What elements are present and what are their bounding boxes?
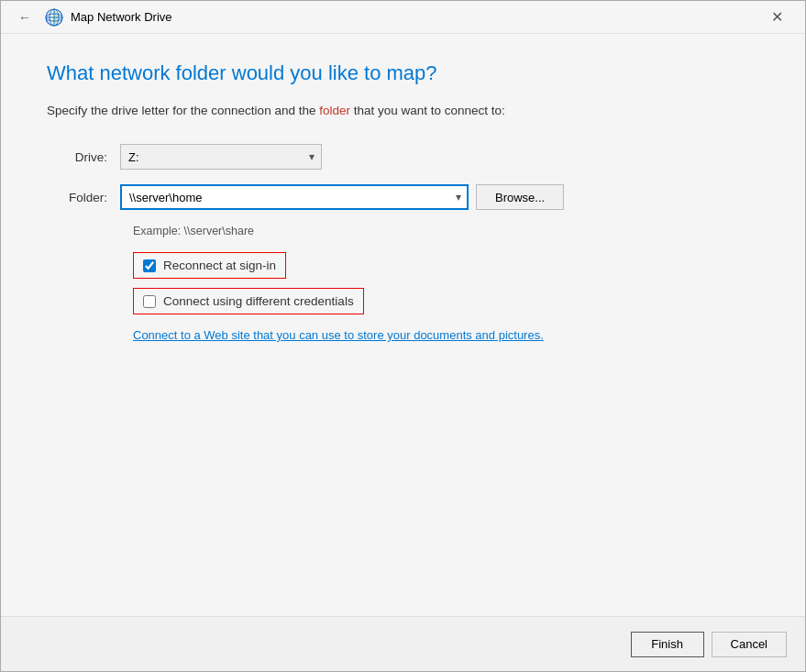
- close-button[interactable]: ✕: [756, 3, 798, 32]
- folder-input-row: Browse...: [120, 184, 564, 210]
- drive-select-wrapper: Z: Y: X: W:: [120, 144, 322, 170]
- web-link-container: Connect to a Web site that you can use t…: [133, 327, 759, 342]
- globe-icon: [45, 8, 63, 27]
- drive-select[interactable]: Z: Y: X: W:: [120, 144, 322, 170]
- finish-button[interactable]: Finish: [631, 632, 704, 657]
- browse-button[interactable]: Browse...: [476, 184, 564, 210]
- titlebar-left: ← Map Network Drive: [12, 5, 172, 30]
- page-description: Specify the drive letter for the connect…: [47, 102, 759, 120]
- checkbox-group: Reconnect at sign-in Connect using diffe…: [133, 252, 759, 314]
- web-link[interactable]: Connect to a Web site that you can use t…: [133, 328, 544, 342]
- different-credentials-checkbox[interactable]: [143, 295, 156, 308]
- folder-row: Folder: Browse...: [47, 184, 759, 210]
- description-text1: Specify the drive letter for the connect…: [47, 104, 319, 117]
- page-heading: What network folder would you like to ma…: [47, 61, 759, 85]
- window-title: Map Network Drive: [71, 10, 172, 24]
- folder-label: Folder:: [47, 191, 120, 204]
- reconnect-checkbox-item[interactable]: Reconnect at sign-in: [133, 252, 286, 279]
- drive-row: Drive: Z: Y: X: W:: [47, 144, 759, 170]
- map-network-drive-window: ← Map Network Drive ✕ What network folde…: [0, 0, 806, 672]
- reconnect-checkbox[interactable]: [143, 259, 156, 272]
- description-folder: folder: [319, 104, 350, 117]
- folder-input[interactable]: [120, 184, 469, 210]
- titlebar: ← Map Network Drive ✕: [1, 1, 805, 34]
- reconnect-label: Reconnect at sign-in: [163, 259, 276, 272]
- cancel-button[interactable]: Cancel: [712, 632, 787, 657]
- different-credentials-checkbox-item[interactable]: Connect using different credentials: [133, 288, 364, 314]
- back-button[interactable]: ←: [12, 5, 38, 30]
- folder-input-wrapper: [120, 184, 469, 210]
- description-text2: that you want to connect to:: [350, 104, 505, 117]
- main-content: What network folder would you like to ma…: [1, 34, 805, 616]
- drive-label: Drive:: [47, 150, 120, 164]
- example-text: Example: \\server\share: [133, 225, 759, 237]
- different-credentials-label: Connect using different credentials: [163, 294, 354, 308]
- footer: Finish Cancel: [1, 616, 805, 671]
